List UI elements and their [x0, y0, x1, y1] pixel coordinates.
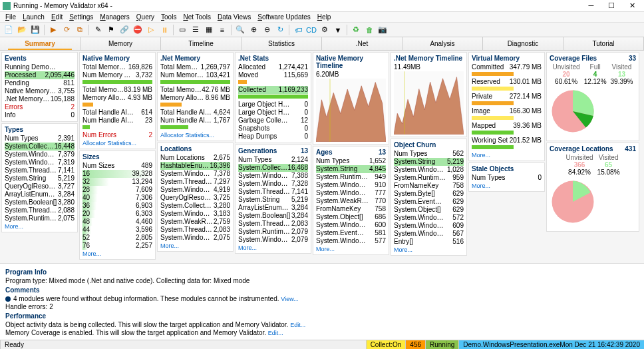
app-icon — [3, 2, 11, 10]
perf-edit1[interactable]: Edit... — [290, 322, 305, 328]
tool-search-icon[interactable]: 🔍 — [234, 24, 246, 36]
tool-open-icon[interactable]: 📂 — [16, 24, 28, 36]
menu-file[interactable]: File — [3, 13, 19, 21]
comments-view[interactable]: View... — [281, 296, 298, 302]
table-row: System.WeakReference770 — [316, 197, 386, 205]
tab-memory[interactable]: Memory — [80, 37, 161, 50]
tool-window-icon[interactable]: ▭ — [176, 24, 188, 36]
menu-query[interactable]: Query — [134, 13, 157, 21]
menu-softwareupdates[interactable]: Software Updates — [255, 13, 313, 21]
tool-tag-icon[interactable]: 🏷 — [292, 24, 304, 36]
table-row: 407,306 — [82, 194, 152, 202]
table-row: ArrayListEnumeratorSimple3,284 — [238, 204, 308, 212]
maximize-button[interactable]: ☐ — [602, 1, 621, 10]
churn-more[interactable]: More... — [394, 246, 412, 253]
tab-net[interactable]: .Net — [322, 37, 402, 50]
table-row: Reserved130.01 MB — [472, 78, 542, 86]
tool-flag-icon[interactable]: ⚑ — [105, 24, 117, 36]
menu-launch[interactable]: Launch — [20, 13, 47, 21]
tool-attach-icon[interactable]: ⧉ — [74, 24, 86, 36]
menu-help[interactable]: Help — [315, 13, 334, 21]
table-row: Pending811 — [5, 79, 75, 87]
menu-edit[interactable]: Edit — [49, 13, 65, 21]
menu-tools[interactable]: Tools — [158, 13, 179, 21]
types-more[interactable]: More... — [5, 223, 23, 230]
tool-zoomout-icon[interactable]: ⊖ — [261, 24, 273, 36]
table-row: 1639,328 — [82, 170, 152, 178]
table-row: System.Windows.Media.Ren7,388 — [238, 172, 308, 180]
table-row: Large Object Heap Size0 — [238, 109, 308, 117]
table-row: Large Object Heap0 — [238, 101, 308, 109]
program-info-text: Program type: Mixed mode (.Net and nativ… — [5, 277, 639, 284]
titlebar: Running - Memory Validator x64 - ─ ☐ ✕ — [0, 0, 644, 12]
tool-launch-icon[interactable]: ▶ — [47, 24, 59, 36]
tool-bars-icon[interactable]: ☰ — [190, 24, 202, 36]
tool-save-icon[interactable]: 💾 — [29, 24, 41, 36]
tool-wand-icon[interactable]: ✎ — [92, 24, 104, 36]
table-row: System.Windows.Threading.7,328 — [238, 180, 308, 188]
tab-diagnostic[interactable]: Diagnostic — [483, 37, 564, 50]
panel-net-memory: .Net Memory Total Memory Allocation:1,26… — [157, 52, 234, 141]
tool-gear-icon[interactable]: ⚙ — [319, 24, 331, 36]
loc-more[interactable]: More... — [160, 242, 179, 249]
tool-filter-icon[interactable]: ▼ — [332, 24, 344, 36]
tool-new-icon[interactable]: 📄 — [3, 24, 15, 36]
tab-timeline[interactable]: Timeline — [161, 37, 242, 50]
panel-native-memory: Native Memory Total Memory Allocations16… — [79, 52, 156, 149]
table-row: System.String5,219 — [5, 174, 75, 182]
panel-generations: Generations13 Num Types2,124 System.Coll… — [235, 145, 311, 254]
table-row: ArrayListEnumeratorSimple3,284 — [5, 190, 75, 198]
sizes-more[interactable]: More... — [82, 250, 101, 257]
tab-tutorial[interactable]: Tutorial — [564, 37, 644, 50]
minimize-button[interactable]: ─ — [581, 1, 600, 9]
tool-cd-icon[interactable]: CD — [305, 24, 317, 36]
tool-relaunch-icon[interactable]: ⟳ — [61, 24, 73, 36]
tool-refresh-icon[interactable]: ↻ — [274, 24, 286, 36]
panel-net-timeline: .Net Memory Timeline 11.49MB — [391, 52, 467, 137]
close-button[interactable]: ✕ — [623, 1, 641, 10]
tool-camera-icon[interactable]: 📷 — [377, 24, 389, 36]
vmem-more[interactable]: More... — [472, 152, 490, 159]
events-title: Events — [5, 55, 27, 62]
tool-play-icon[interactable]: ▷ — [145, 24, 157, 36]
statusbar: Ready Collect:On 456 Running Demo.Window… — [0, 340, 644, 349]
panel-cov-loc: Coverage Locations431 Unvisited36684.92%… — [546, 143, 639, 232]
table-row: Memory Allocations Size4.93 MB — [82, 94, 152, 102]
menu-managers[interactable]: Managers — [97, 13, 132, 21]
tool-recycle-icon[interactable]: ♻ — [350, 24, 362, 36]
perf-edit2[interactable]: Edit... — [268, 330, 283, 336]
tool-pause-icon[interactable]: ⏸ — [158, 24, 170, 36]
tool-stop-icon[interactable]: ⛔ — [132, 24, 144, 36]
native-alloc-stats[interactable]: Allocator Statistics... — [82, 140, 136, 147]
table-row: System.Windows.Threading.3,183 — [160, 210, 230, 218]
tab-statistics[interactable]: Statistics — [242, 37, 322, 50]
tool-stack-icon[interactable]: ≡ — [216, 24, 228, 36]
tool-zoomin-icon[interactable]: ⊕ — [247, 24, 259, 36]
menu-nettools[interactable]: Net Tools — [180, 13, 214, 21]
window-title: Running - Memory Validator x64 - — [13, 2, 581, 9]
menu-settings[interactable]: Settings — [67, 13, 96, 21]
table-row: Total Handle Allocations4,624 — [160, 109, 230, 117]
gen-more[interactable]: More... — [238, 244, 257, 251]
table-row: Image166.30 MB — [472, 107, 542, 115]
table-row: System.Windows.Depenc600 — [316, 221, 386, 229]
net-alloc-stats[interactable]: Allocator Statistics... — [160, 132, 214, 139]
tool-link-icon[interactable]: 🔗 — [118, 24, 130, 36]
tool-bin-icon[interactable]: 🗑 — [363, 24, 375, 36]
table-row: System.EventHandler629 — [394, 198, 464, 206]
table-row: QueryOglResource3,727 — [5, 182, 75, 190]
bullet-icon — [5, 296, 11, 302]
ages-more[interactable]: More... — [316, 246, 335, 252]
panel-vmem: Virtual Memory Committed347.79 MBReserve… — [468, 52, 545, 161]
panel-native-timeline: Native Memory Timeline 6.20MB — [313, 52, 389, 145]
cov-loc-pie — [550, 178, 596, 225]
stale-more[interactable]: More... — [472, 182, 490, 189]
tool-grid-icon[interactable]: ▦ — [203, 24, 215, 36]
table-row: System.Windows.Threading.2,079 — [238, 236, 308, 244]
table-row: 762,257 — [82, 242, 152, 250]
menu-dataviews[interactable]: Data Views — [215, 13, 253, 21]
table-row: HashtableEnumerator.get_C16,396 — [160, 162, 230, 170]
dashboard: Events Running Demo.WindowsPresentaProce… — [0, 51, 644, 263]
tab-analysis[interactable]: Analysis — [402, 37, 483, 50]
tab-summary[interactable]: Summary — [0, 37, 80, 50]
